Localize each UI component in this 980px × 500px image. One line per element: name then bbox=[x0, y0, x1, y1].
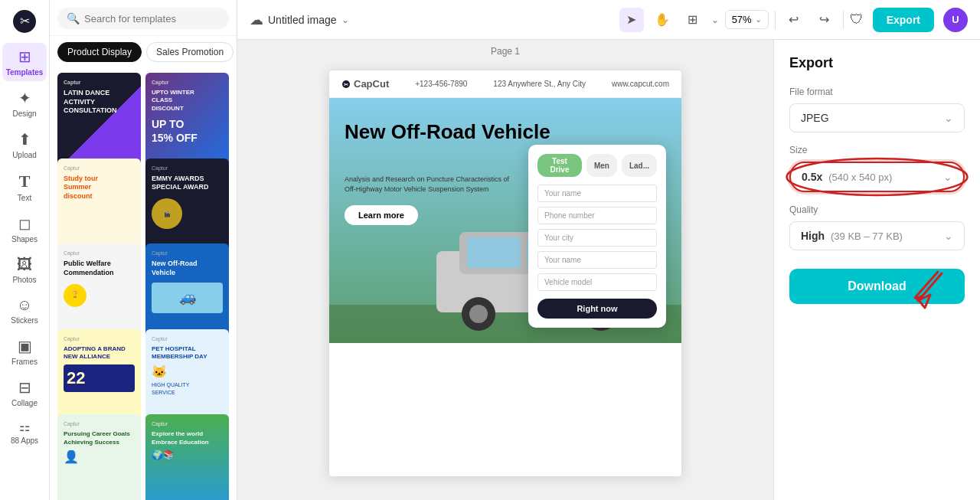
tool-apps-label: 88 Apps bbox=[11, 436, 38, 445]
tool-templates-label: Templates bbox=[6, 68, 44, 77]
quality-value: High (39 KB – 77 KB) bbox=[801, 230, 903, 242]
frames-icon: ▣ bbox=[18, 337, 32, 355]
shapes-icon: ◻ bbox=[18, 214, 31, 233]
upload-icon: ⬆ bbox=[18, 130, 31, 149]
quality-dropdown[interactable]: High (39 KB – 77 KB) ⌄ bbox=[789, 221, 965, 250]
download-button[interactable]: Download bbox=[789, 269, 965, 304]
tool-photos-label: Photos bbox=[12, 276, 36, 284]
tool-stickers-label: Stickers bbox=[11, 316, 38, 325]
redo-button[interactable]: ↪ bbox=[812, 8, 837, 32]
design-icon: ✦ bbox=[18, 89, 31, 107]
collage-icon: ⊟ bbox=[18, 378, 31, 397]
form-tab-ladies[interactable]: Lad... bbox=[622, 154, 657, 177]
layout-button[interactable]: ⊞ bbox=[681, 8, 705, 32]
doc-title-chevron[interactable]: ⌄ bbox=[341, 15, 349, 25]
export-panel-title: Export bbox=[789, 55, 965, 71]
svg-text:✂: ✂ bbox=[344, 82, 348, 87]
hand-tool-button[interactable]: ✋ bbox=[650, 8, 675, 32]
size-value-text: 0.5x bbox=[802, 171, 822, 183]
tool-frames-label: Frames bbox=[11, 358, 38, 366]
form-field-city: Your city bbox=[537, 229, 657, 247]
file-format-dropdown[interactable]: JPEG ⌄ bbox=[789, 103, 965, 132]
quality-value-text: High bbox=[801, 230, 825, 242]
canvas-hero: New Off-Road Vehicle Analysis and Resear… bbox=[329, 98, 681, 343]
tool-stickers[interactable]: ☺ Stickers bbox=[2, 292, 47, 329]
tool-collage-label: Collage bbox=[11, 399, 38, 407]
photos-icon: 🖼 bbox=[17, 256, 32, 273]
main-area: ☁ Untitled image ⌄ ➤ ✋ ⊞ ⌄ 57% ⌄ ↩ ↪ 🛡 E… bbox=[237, 0, 980, 500]
canvas-hero-title: New Off-Road Vehicle bbox=[345, 121, 550, 143]
text-icon: T bbox=[19, 172, 31, 191]
size-oval-wrapper: 0.5x (540 x 540 px) ⌄ bbox=[789, 162, 965, 192]
template-card[interactable]: Captur Pursuing Career GoalsAchieving Su… bbox=[57, 414, 141, 500]
size-chevron: ⌄ bbox=[943, 171, 952, 183]
zoom-value: 57% bbox=[732, 14, 752, 25]
form-field-name2: Your name bbox=[537, 251, 657, 269]
tool-text[interactable]: T Text bbox=[2, 167, 47, 207]
form-tab-men[interactable]: Men bbox=[586, 154, 617, 177]
form-submit-button[interactable]: Right now bbox=[537, 299, 657, 319]
form-tab-test-drive[interactable]: Test Drive bbox=[537, 154, 582, 177]
size-label: Size bbox=[789, 145, 965, 155]
file-format-chevron: ⌄ bbox=[944, 112, 953, 124]
tool-text-label: Text bbox=[18, 194, 31, 202]
template-card[interactable]: Captur Explore the worldEmbrace Educatio… bbox=[145, 414, 229, 500]
user-avatar[interactable]: U bbox=[943, 8, 968, 32]
size-dropdown[interactable]: 0.5x (540 x 540 px) ⌄ bbox=[789, 162, 965, 192]
select-tool-button[interactable]: ➤ bbox=[619, 8, 644, 32]
tool-upload-label: Upload bbox=[12, 151, 37, 159]
apps-icon: ⚏ bbox=[19, 420, 30, 434]
canvas-frame: ✂ CapCut +123-456-7890 123 Anywhere St.,… bbox=[329, 70, 681, 476]
svg-text:✂: ✂ bbox=[20, 15, 30, 28]
canvas-area: Page 1 ✂ CapCut +123-456-7890 123 Anywhe… bbox=[237, 40, 773, 500]
zoom-control[interactable]: 57% ⌄ bbox=[725, 10, 769, 29]
size-dims: (540 x 540 px) bbox=[828, 172, 892, 183]
tool-apps[interactable]: ⚏ 88 Apps bbox=[2, 415, 47, 449]
search-icon: 🔍 bbox=[67, 12, 80, 25]
form-overlay: Test Drive Men Lad... Your name Phone nu… bbox=[528, 145, 666, 328]
size-value: 0.5x (540 x 540 px) bbox=[802, 171, 892, 183]
file-format-value: JPEG bbox=[801, 112, 829, 124]
tool-frames[interactable]: ▣ Frames bbox=[2, 332, 47, 371]
svg-point-10 bbox=[469, 305, 488, 323]
canvas-logo: ✂ CapCut bbox=[341, 78, 389, 90]
form-field-phone: Phone number bbox=[537, 207, 657, 224]
search-bar: 🔍 bbox=[50, 0, 237, 36]
tool-upload[interactable]: ⬆ Upload bbox=[2, 126, 47, 164]
page-label: Page 1 bbox=[491, 46, 520, 57]
form-tabs: Test Drive Men Lad... bbox=[537, 154, 657, 177]
canvas-phone: +123-456-7890 bbox=[415, 80, 467, 88]
templates-grid: Captur LATIN DANCEACTIVITYCONSULTATION C… bbox=[50, 68, 237, 500]
tool-shapes[interactable]: ◻ Shapes bbox=[2, 210, 47, 248]
canvas-logo-text: CapCut bbox=[354, 78, 389, 90]
tools-sidebar: ✂ ⊞ Templates ✦ Design ⬆ Upload T Text ◻… bbox=[0, 0, 50, 500]
tool-templates[interactable]: ⊞ Templates bbox=[2, 43, 47, 81]
search-input-wrap[interactable]: 🔍 bbox=[57, 8, 229, 29]
layout-chevron[interactable]: ⌄ bbox=[711, 15, 719, 25]
form-field-name: Your name bbox=[537, 185, 657, 202]
toolbar-tools: ➤ ✋ ⊞ ⌄ 57% ⌄ ↩ ↪ 🛡 bbox=[619, 8, 864, 32]
templates-panel: 🔍 Product Display Sales Promotion Captur… bbox=[50, 0, 237, 500]
form-field-vehicle: Vehicle model bbox=[537, 273, 657, 291]
canvas-address: 123 Anywhere St., Any City bbox=[493, 80, 586, 88]
app-logo: ✂ bbox=[9, 6, 40, 37]
tool-design-label: Design bbox=[12, 109, 36, 118]
templates-icon: ⊞ bbox=[18, 47, 31, 66]
svg-rect-7 bbox=[467, 237, 521, 268]
zoom-chevron: ⌄ bbox=[755, 15, 762, 25]
quality-label: Quality bbox=[789, 204, 965, 215]
search-input[interactable] bbox=[84, 13, 220, 25]
top-bar: ☁ Untitled image ⌄ ➤ ✋ ⊞ ⌄ 57% ⌄ ↩ ↪ 🛡 E… bbox=[237, 0, 980, 40]
tool-design[interactable]: ✦ Design bbox=[2, 84, 47, 123]
tool-collage[interactable]: ⊟ Collage bbox=[2, 374, 47, 412]
tool-shapes-label: Shapes bbox=[11, 235, 38, 243]
doc-title: Untitled image bbox=[268, 14, 337, 26]
doc-title-area: ☁ Untitled image ⌄ bbox=[250, 11, 349, 28]
quality-range: (39 KB – 77 KB) bbox=[831, 230, 903, 242]
tool-photos[interactable]: 🖼 Photos bbox=[2, 251, 47, 289]
toolbar-divider bbox=[775, 11, 776, 29]
export-button[interactable]: Export bbox=[873, 8, 934, 32]
filter-tab-sales-promotion[interactable]: Sales Promotion bbox=[146, 42, 234, 62]
undo-button[interactable]: ↩ bbox=[782, 8, 806, 32]
filter-tab-product-display[interactable]: Product Display bbox=[57, 42, 142, 62]
